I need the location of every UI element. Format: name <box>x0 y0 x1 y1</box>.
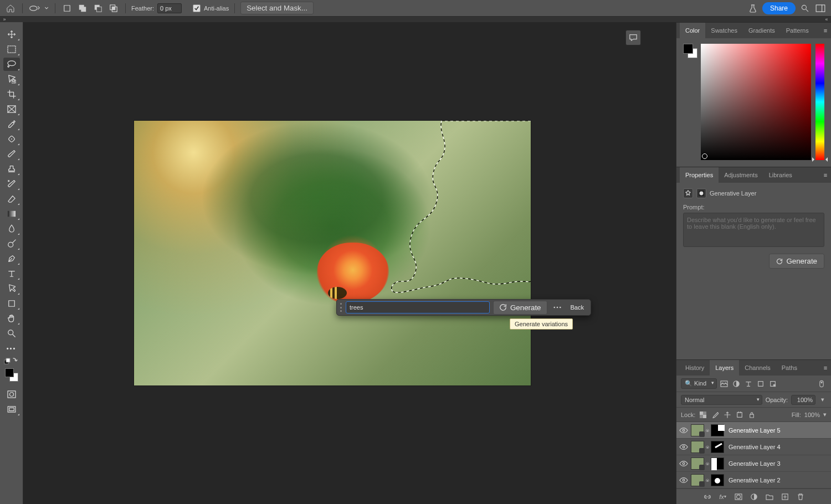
mask-link-icon[interactable]: ⍟ <box>705 427 710 433</box>
new-selection-icon[interactable] <box>61 2 73 14</box>
visibility-toggle-icon[interactable] <box>676 427 691 434</box>
edit-toolbar-button[interactable]: ••• <box>3 342 20 355</box>
layer-filter-kind[interactable]: 🔍 Kind <box>681 378 717 389</box>
filter-smart-icon[interactable] <box>768 379 778 389</box>
workspace-icon[interactable] <box>814 2 827 14</box>
layer-mask-thumbnail[interactable] <box>711 424 724 436</box>
select-and-mask-button[interactable]: Select and Mask... <box>240 2 314 14</box>
layer-mask-thumbnail[interactable] <box>711 457 724 470</box>
mask-link-icon[interactable]: ⍟ <box>705 444 710 450</box>
zoom-tool[interactable] <box>3 327 20 340</box>
lock-position-icon[interactable] <box>723 410 732 419</box>
tab-libraries[interactable]: Libraries <box>763 167 798 183</box>
comments-panel-collapsed[interactable] <box>625 30 641 45</box>
selection-tool[interactable] <box>3 73 20 86</box>
mask-link-icon[interactable]: ⍟ <box>705 477 710 483</box>
filter-toggle[interactable] <box>817 379 827 389</box>
tab-channels[interactable]: Channels <box>739 360 776 376</box>
tab-adjustments[interactable]: Adjustments <box>719 167 763 183</box>
tab-layers[interactable]: Layers <box>710 360 739 376</box>
tab-patterns[interactable]: Patterns <box>781 23 814 38</box>
visibility-toggle-icon[interactable] <box>676 477 691 484</box>
layer-style-icon[interactable]: fx▾ <box>719 492 727 501</box>
labs-icon[interactable] <box>747 2 759 14</box>
pen-tool[interactable] <box>3 252 20 265</box>
quick-mask-toggle[interactable] <box>3 388 20 401</box>
shape-tool[interactable] <box>3 297 20 310</box>
filter-pixel-icon[interactable] <box>719 379 729 389</box>
visibility-toggle-icon[interactable] <box>676 444 691 450</box>
share-button[interactable]: Share <box>762 2 796 14</box>
intersect-selection-icon[interactable] <box>107 2 120 14</box>
layer-thumbnail[interactable] <box>691 424 704 436</box>
marquee-tool[interactable] <box>3 43 20 56</box>
layer-mask-thumbnail[interactable] <box>711 441 724 453</box>
properties-generate-button[interactable]: Generate <box>769 254 824 269</box>
tab-color[interactable]: Color <box>680 23 705 38</box>
filter-shape-icon[interactable] <box>756 379 766 389</box>
foreground-background-colors[interactable] <box>4 367 19 383</box>
tab-scroll-left-icon[interactable]: » <box>1 17 8 22</box>
frame-tool[interactable] <box>3 102 20 116</box>
default-colors-swap[interactable] <box>4 357 19 364</box>
taskbar-drag-handle[interactable] <box>340 303 342 312</box>
search-icon[interactable] <box>799 2 811 14</box>
screen-mode-toggle[interactable] <box>3 403 20 416</box>
lock-image-icon[interactable] <box>711 410 720 419</box>
adjustment-layer-icon[interactable] <box>750 492 758 501</box>
generate-button[interactable]: Generate <box>493 301 547 315</box>
contextual-task-bar[interactable]: Generate Back <box>336 299 591 316</box>
layer-name[interactable]: Generative Layer 5 <box>729 427 827 434</box>
fill-dropdown-icon[interactable]: ▾ <box>823 411 827 418</box>
layer-row[interactable]: ⍟Generative Layer 5 <box>676 422 831 439</box>
gradient-tool[interactable] <box>3 207 20 220</box>
tab-scroll-right-icon[interactable]: « <box>823 17 830 22</box>
dodge-tool[interactable] <box>3 237 20 250</box>
tab-gradients[interactable]: Gradients <box>743 23 781 38</box>
healing-tool[interactable] <box>3 132 20 146</box>
eyedropper-tool[interactable] <box>3 117 20 131</box>
fg-bg-color-swatch[interactable] <box>683 44 696 161</box>
opacity-value[interactable]: 100% <box>791 395 815 405</box>
fill-value[interactable]: 100% <box>804 412 820 418</box>
layer-row[interactable]: ⍟Generative Layer 2 <box>676 472 831 488</box>
tab-paths[interactable]: Paths <box>776 360 803 376</box>
new-layer-icon[interactable] <box>781 492 789 501</box>
layers-panel-menu-icon[interactable]: ≡ <box>820 364 831 371</box>
layer-thumbnail[interactable] <box>691 441 704 453</box>
canvas-area[interactable]: Generate Back Generate variations <box>23 22 676 504</box>
layer-mask-thumbnail[interactable] <box>711 474 724 486</box>
feather-input[interactable] <box>157 3 182 13</box>
tool-preset-icon[interactable] <box>28 2 40 14</box>
visibility-toggle-icon[interactable] <box>676 460 691 467</box>
tab-properties[interactable]: Properties <box>680 167 719 183</box>
home-icon[interactable] <box>4 2 17 14</box>
lock-artboard-icon[interactable] <box>735 410 744 419</box>
properties-prompt-input[interactable] <box>683 213 824 247</box>
brush-tool[interactable] <box>3 147 20 161</box>
taskbar-more-button[interactable] <box>551 301 564 313</box>
type-tool[interactable] <box>3 267 20 280</box>
layer-thumbnail[interactable] <box>691 457 704 470</box>
layer-name[interactable]: Generative Layer 2 <box>729 477 827 484</box>
blend-mode-select[interactable]: Normal <box>681 395 762 405</box>
tool-preset-chevron-icon[interactable] <box>44 2 49 14</box>
tab-history[interactable]: History <box>680 360 710 376</box>
filter-type-icon[interactable] <box>743 379 753 389</box>
stamp-tool[interactable] <box>3 162 20 176</box>
color-panel-menu-icon[interactable]: ≡ <box>820 27 831 34</box>
layer-thumbnail[interactable] <box>691 474 704 486</box>
layer-row[interactable]: ⍟Generative Layer 3 <box>676 455 831 472</box>
crop-tool[interactable] <box>3 88 20 101</box>
move-tool[interactable] <box>3 28 20 41</box>
link-layers-icon[interactable] <box>703 492 712 501</box>
anti-alias-checkbox[interactable] <box>193 4 201 12</box>
path-selection-tool[interactable] <box>3 282 20 295</box>
generative-prompt-input[interactable] <box>346 301 490 313</box>
lock-transparency-icon[interactable] <box>699 410 707 419</box>
delete-layer-icon[interactable] <box>796 492 805 501</box>
layer-name[interactable]: Generative Layer 3 <box>729 460 827 467</box>
eraser-tool[interactable] <box>3 192 20 205</box>
tab-swatches[interactable]: Swatches <box>705 23 743 38</box>
taskbar-back-button[interactable]: Back <box>567 304 587 311</box>
